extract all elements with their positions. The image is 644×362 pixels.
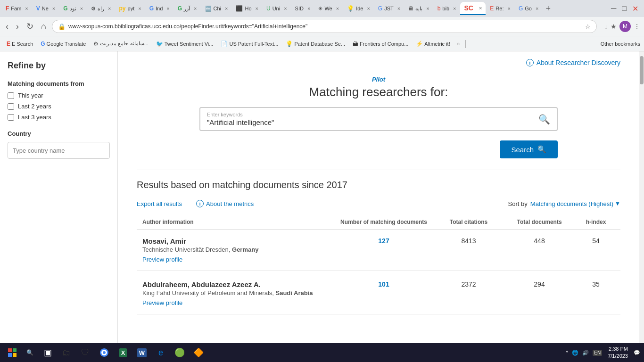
search-input-wrapper: Enter keywords xyxy=(207,112,538,126)
sort-value-label: Matching documents (Highest) xyxy=(530,200,613,207)
address-bar-row: ‹ › ↻ ⌂ 🔒 www-scopus-com.bbibliograficas… xyxy=(0,17,644,36)
tab-sid[interactable]: SID × xyxy=(291,2,314,15)
reload-button[interactable]: ↻ xyxy=(25,19,35,33)
extension-icon[interactable]: ↓ xyxy=(604,21,608,32)
search-box[interactable]: Enter keywords 🔍 xyxy=(199,107,558,131)
search-button[interactable]: Search 🔍 xyxy=(500,140,558,158)
close-button[interactable]: ✕ xyxy=(632,4,638,13)
bookmark-patent-db[interactable]: 💡 Patent Database Se... xyxy=(283,40,348,48)
filter-section-title: Matching documents from xyxy=(8,80,110,87)
author-name: Mosavi, Amir xyxy=(142,237,332,245)
tab-fam[interactable]: F Fam × xyxy=(2,2,32,15)
tab-sc[interactable]: SC × xyxy=(460,2,486,15)
checkbox-last-2[interactable] xyxy=(8,103,14,110)
tab-chi[interactable]: 🔤 Chi × xyxy=(201,2,232,15)
tab-pyt[interactable]: py pyt × xyxy=(116,2,145,15)
new-tab-button[interactable]: + xyxy=(543,4,553,14)
chevron-down-icon: ▼ xyxy=(615,200,620,207)
bookmark-tweet[interactable]: 🐦 Tweet Sentiment Vi... xyxy=(153,40,216,48)
country-input[interactable] xyxy=(8,142,110,159)
address-bar[interactable]: 🔒 www-scopus-com.bbibliograficas.ucc.edu… xyxy=(52,20,597,33)
bookmark-label: Frontiers of Compu... xyxy=(360,41,408,47)
tab-re[interactable]: E Re: × xyxy=(486,2,514,15)
main-content: i About Researcher Discovery Pilot Match… xyxy=(118,51,639,344)
metrics-label: About the metrics xyxy=(206,200,254,207)
tab-azr[interactable]: G آزر × xyxy=(174,2,201,15)
checkbox-last-3[interactable] xyxy=(8,114,14,121)
tab-baye[interactable]: 🏛 بایه × xyxy=(405,2,433,15)
affil-text: Technische Universität Dresden, xyxy=(142,246,232,253)
bookmark-frontiers[interactable]: 🏔 Frontiers of Compu... xyxy=(350,40,411,48)
filter-label: This year xyxy=(18,92,43,99)
maximize-button[interactable]: □ xyxy=(622,4,627,13)
tab-we[interactable]: ✳ We × xyxy=(314,2,343,15)
tab-ne[interactable]: V Ne × xyxy=(33,2,59,15)
refine-title: Refine by xyxy=(8,61,110,71)
extension-icon-2[interactable]: ★ xyxy=(611,21,617,32)
scrollbar-thumb[interactable] xyxy=(640,56,644,84)
affil-country: Germany xyxy=(232,246,258,253)
preview-profile-link-2[interactable]: Preview profile xyxy=(142,299,332,306)
table-row: Abdulraheem, Abdulazeez Azeez A. King Fa… xyxy=(137,273,620,314)
search-button-label: Search xyxy=(511,146,534,154)
tab-ho[interactable]: ⬛ Ho × xyxy=(232,2,262,15)
bookmark-label: Google Translate xyxy=(47,41,86,47)
col-author: Author information xyxy=(142,219,332,225)
bookmark-label: Patent Database Se... xyxy=(294,41,345,47)
filter-this-year[interactable]: This year xyxy=(8,92,110,99)
tab-rah[interactable]: ⚙ راه × xyxy=(87,2,115,15)
profile-icon[interactable]: M xyxy=(619,21,631,32)
bookmark-label: Altmetric it! xyxy=(424,41,450,47)
tab-close[interactable]: × xyxy=(25,6,28,11)
minimize-button[interactable]: ─ xyxy=(611,4,616,13)
table-row: Mosavi, Amir Technische Universität Dres… xyxy=(137,230,620,271)
bookmark-translate[interactable]: G Google Translate xyxy=(38,40,89,48)
sort-dropdown[interactable]: Matching documents (Highest) ▼ xyxy=(530,200,620,207)
bookmarks-bar: E E Search G Google Translate ⚙ سامانه ج… xyxy=(0,36,644,51)
tab-bib[interactable]: b bib × xyxy=(434,2,460,15)
bookmark-altmetric[interactable]: ⚡ Altmetric it! xyxy=(413,40,453,48)
other-bookmarks[interactable]: Other bookmarks xyxy=(601,41,640,47)
country-title: Country xyxy=(8,130,110,137)
filter-last-3[interactable]: Last 3 years xyxy=(8,114,110,121)
about-researcher-link[interactable]: i About Researcher Discovery xyxy=(526,59,620,66)
author-affil: King Fahd University of Petroleum and Mi… xyxy=(142,289,332,296)
search-input[interactable] xyxy=(207,118,538,126)
search-placeholder-label: Enter keywords xyxy=(207,112,538,117)
tab-g[interactable]: G نود × xyxy=(59,2,87,15)
tab-ind[interactable]: G Ind × xyxy=(146,2,173,15)
scrollbar[interactable] xyxy=(639,51,644,344)
about-metrics-link[interactable]: i About the metrics xyxy=(196,200,254,207)
preview-profile-link[interactable]: Preview profile xyxy=(142,256,332,263)
back-button[interactable]: ‹ xyxy=(4,20,10,33)
col-matching: Number of matching documents xyxy=(337,219,431,225)
menu-button[interactable]: ⋮ xyxy=(634,21,640,32)
bookmark-search[interactable]: E E Search xyxy=(4,40,36,48)
tab-jst[interactable]: G JST × xyxy=(374,2,404,15)
export-link[interactable]: Export all results xyxy=(137,200,182,207)
home-button[interactable]: ⌂ xyxy=(39,20,48,33)
author-info: Abdulraheem, Abdulazeez Azeez A. King Fa… xyxy=(142,280,332,306)
sort-row: Sort by Matching documents (Highest) ▼ xyxy=(508,200,620,207)
tab-ide[interactable]: 💡 Ide × xyxy=(343,2,374,15)
affil-country: Saudi Arabia xyxy=(276,289,313,296)
search-clear-icon[interactable]: 🔍 xyxy=(538,114,550,125)
filter-label: Last 3 years xyxy=(18,114,51,121)
filter-last-2[interactable]: Last 2 years xyxy=(8,103,110,110)
tab-go[interactable]: G Go × xyxy=(515,2,542,15)
bookmark-patent[interactable]: 📄 US Patent Full-Text... xyxy=(218,40,281,48)
checkbox-this-year[interactable] xyxy=(8,92,14,99)
author-affil: Technische Universität Dresden, Germany xyxy=(142,246,332,253)
tab-sc-close[interactable]: × xyxy=(479,5,482,11)
bookmark-samane[interactable]: ⚙ سامانه جامع مدیریت... xyxy=(91,40,151,48)
table-header: Author information Number of matching do… xyxy=(137,215,620,230)
hindex-val: 54 xyxy=(577,237,615,245)
bookmark-icon[interactable]: ☆ xyxy=(585,23,591,30)
tab-uni[interactable]: U Uni × xyxy=(263,2,291,15)
bookmark-label: E Search xyxy=(12,41,33,47)
tab-bar: F Fam × V Ne × G نود × ⚙ راه × py pyt × … xyxy=(0,0,644,17)
hindex-val: 35 xyxy=(577,280,615,288)
forward-button[interactable]: › xyxy=(14,20,21,33)
matching-count: 127 xyxy=(337,237,431,245)
search-button-icon: 🔍 xyxy=(537,145,546,154)
